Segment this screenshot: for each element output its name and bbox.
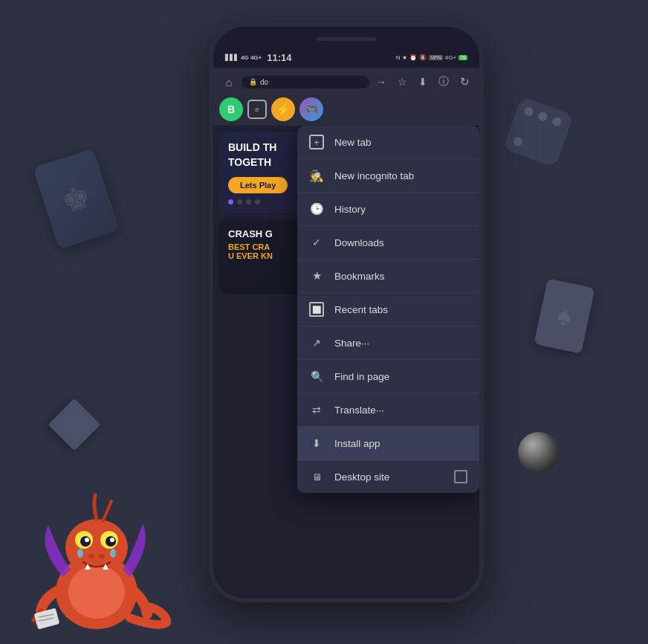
- menu-item-bookmarks[interactable]: ★ Bookmarks: [297, 260, 479, 293]
- menu-item-install-app[interactable]: ⬇ Install app: [297, 427, 479, 460]
- bookmarks-icon: ★: [309, 268, 324, 283]
- menu-item-new-tab[interactable]: + New tab: [297, 126, 479, 159]
- downloads-icon: ✓: [309, 235, 324, 250]
- history-icon: 🕒: [309, 202, 324, 216]
- menu-item-downloads[interactable]: ✓ Downloads: [297, 226, 479, 260]
- url-toolbar: ⌂ 🔒 do → ☆ ⬇ ⓘ ↻: [219, 72, 473, 91]
- svg-point-11: [88, 554, 94, 558]
- status-right: N ★ ⏰ 🔇 VPN 4G+ 78: [396, 54, 467, 61]
- volume-icon: 🔇: [419, 54, 427, 61]
- menu-item-find-in-page[interactable]: 🔍 Find in page: [297, 360, 479, 393]
- home-button[interactable]: ⌂: [219, 72, 239, 91]
- phone-screen: ▋▋▋ 4G 4G+ 11:14 N ★ ⏰ 🔇 VPN 4G+ 78 ⌂ 🔒 …: [213, 48, 479, 602]
- time-display: 11:14: [267, 52, 291, 63]
- network-4g: 4G 4G+: [241, 54, 262, 61]
- new-tab-icon: +: [309, 135, 324, 149]
- tab-icon-1[interactable]: B: [219, 97, 243, 121]
- bookmarks-label: Bookmarks: [334, 271, 385, 282]
- bg-sphere: [518, 432, 559, 473]
- bluetooth-icon: ★: [402, 54, 407, 61]
- recent-tabs-label: Recent tabs: [334, 304, 388, 315]
- tab-row: B ≡ ⚡ 🎮: [213, 94, 479, 126]
- svg-point-10: [110, 549, 116, 558]
- domain-text: do: [260, 78, 268, 86]
- tab-icon-2[interactable]: ⚡: [271, 97, 295, 121]
- lets-play-button[interactable]: Lets Play: [228, 177, 288, 193]
- desktop-icon: 🖥: [309, 469, 324, 484]
- 4g-plus-icon: 4G+: [445, 54, 456, 61]
- menu-item-translate[interactable]: ⇄ Translate···: [297, 393, 479, 427]
- find-label: Find in page: [334, 371, 389, 382]
- menu-item-share[interactable]: ↗ Share···: [297, 326, 479, 360]
- tab-icon-3[interactable]: 🎮: [299, 97, 323, 121]
- menu-item-recent-tabs[interactable]: ⬜ Recent tabs: [297, 293, 479, 326]
- refresh-button[interactable]: ↻: [456, 73, 473, 91]
- history-label: History: [334, 204, 366, 215]
- desktop-label: Desktop site: [334, 471, 444, 483]
- svg-point-8: [110, 538, 114, 542]
- share-label: Share···: [334, 338, 369, 349]
- bg-card-spade: ♠: [534, 278, 594, 354]
- browser-nav: ⌂ 🔒 do → ☆ ⬇ ⓘ ↻: [213, 68, 479, 94]
- svg-point-7: [85, 538, 89, 542]
- bg-diamond: [48, 399, 101, 451]
- svg-point-9: [77, 549, 83, 558]
- download-button[interactable]: ⬇: [414, 73, 432, 91]
- info-button[interactable]: ⓘ: [435, 73, 453, 91]
- find-icon: 🔍: [309, 369, 324, 384]
- incognito-label: New incognito tab: [334, 170, 414, 181]
- phone-speaker: [317, 37, 376, 41]
- alarm-icon: ⏰: [409, 54, 417, 61]
- address-bar[interactable]: 🔒 do: [242, 76, 369, 88]
- phone: ▋▋▋ 4G 4G+ 11:14 N ★ ⏰ 🔇 VPN 4G+ 78 ⌂ 🔒 …: [209, 22, 484, 602]
- bg-dice: [502, 96, 574, 167]
- status-bar: ▋▋▋ 4G 4G+ 11:14 N ★ ⏰ 🔇 VPN 4G+ 78: [213, 48, 479, 68]
- status-left: ▋▋▋ 4G 4G+ 11:14: [225, 52, 292, 63]
- lock-icon: 🔒: [249, 78, 257, 86]
- web-content: BUILD THTOGETH Lets Play CRASH G BEST CR…: [213, 126, 479, 602]
- battery-icon: 78: [459, 55, 467, 60]
- signal-icon: ▋▋▋: [225, 54, 239, 61]
- translate-icon: ⇄: [309, 402, 324, 417]
- menu-item-incognito[interactable]: 🕵 New incognito tab: [297, 159, 479, 193]
- incognito-icon: 🕵: [309, 168, 324, 183]
- svg-point-2: [68, 565, 125, 619]
- menu-item-history[interactable]: 🕒 History: [297, 193, 479, 226]
- menu-item-desktop-site[interactable]: 🖥 Desktop site: [297, 460, 479, 493]
- context-menu: + New tab 🕵 New incognito tab 🕒 History …: [297, 126, 479, 493]
- downloads-label: Downloads: [334, 237, 384, 248]
- desktop-site-checkbox[interactable]: [454, 470, 467, 483]
- install-icon: ⬇: [309, 436, 324, 451]
- new-tab-label: New tab: [334, 137, 372, 148]
- bookmark-button[interactable]: ☆: [393, 73, 411, 91]
- share-icon: ↗: [309, 335, 324, 350]
- tab-count[interactable]: ≡: [247, 100, 267, 119]
- svg-point-12: [99, 554, 105, 558]
- vpn-badge: VPN: [429, 55, 442, 60]
- translate-label: Translate···: [334, 405, 384, 416]
- install-label: Install app: [334, 438, 380, 449]
- forward-button[interactable]: →: [372, 73, 390, 91]
- nfc-icon: N: [396, 54, 401, 61]
- recent-tabs-icon: ⬜: [309, 302, 324, 317]
- dragon-character: [22, 473, 171, 637]
- bg-card-king: ♚: [33, 149, 119, 250]
